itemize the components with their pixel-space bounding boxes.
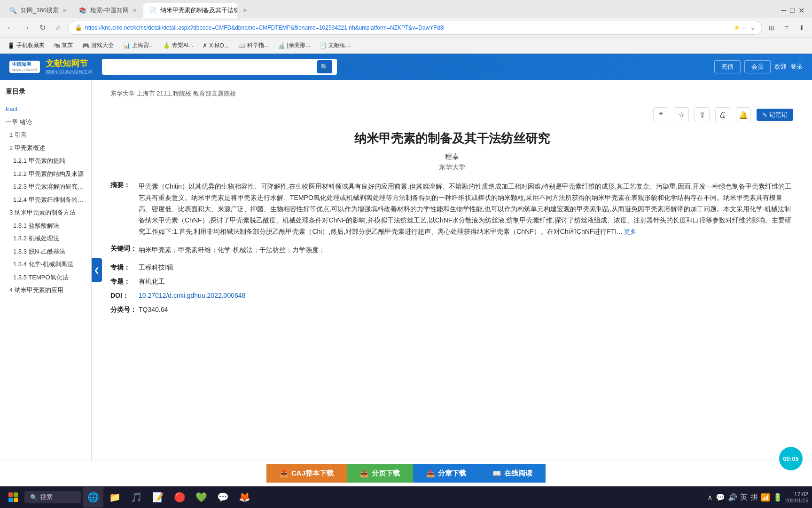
url-bar[interactable]: 🔒 https://kns.cnki.net/kcms/detail/detai… <box>68 21 762 35</box>
taskbar-app-green[interactable]: 💚 <box>191 487 211 508</box>
taskbar-app-extra[interactable]: 🦊 <box>234 487 255 508</box>
sidebar-toggle-button[interactable]: ❮ <box>92 258 102 282</box>
svg-rect-1 <box>14 492 18 497</box>
browser-actions: ⊞ ≡ ⬇ <box>765 21 808 34</box>
sidebar-item-chapter1[interactable]: 一章 绪论 <box>0 116 91 129</box>
sidebar: 章目录 tract 一章 绪论 1 引言 2 甲壳素概述 1.2.1 甲壳素的提… <box>0 80 92 460</box>
sidebar-item-1-2-2[interactable]: 1.2.2 甲壳素的结构及来源 <box>0 167 91 181</box>
tab-close-2[interactable]: ✕ <box>133 8 137 14</box>
bookmark-qince[interactable]: 🔬 [亲测那... <box>274 40 314 50</box>
taskbar-app-red[interactable]: 🔴 <box>169 487 190 508</box>
back-button[interactable]: ← <box>4 21 17 34</box>
caj-download-button[interactable]: 📥 CAJ整本下载 <box>266 464 347 483</box>
classification-value: TQ340.64 <box>139 306 168 314</box>
taskbar-tray: ∧ 💬 🔊 英 拼 📶 🔋 17:02 2024/1/15 <box>707 491 808 503</box>
tray-lang-en[interactable]: 英 <box>740 492 748 502</box>
games-icon: 🎮 <box>82 42 89 49</box>
bookmark-science[interactable]: 📖 科学指... <box>234 40 273 50</box>
sidebar-item-1-3-2[interactable]: 1.3.2 机械处理法 <box>0 232 91 245</box>
tray-chat[interactable]: 💬 <box>716 493 725 502</box>
welcome-text: 欢迎 <box>774 63 787 71</box>
share-icon[interactable]: ⇪ <box>695 107 710 122</box>
wenxian-icon: 📑 <box>320 42 327 49</box>
note-button[interactable]: ✎ 记笔记 <box>757 109 793 121</box>
home-button[interactable]: ⌂ <box>52 21 65 34</box>
more-link[interactable]: 更多 <box>624 228 636 235</box>
bell-icon[interactable]: 🔔 <box>736 107 751 122</box>
bookmark-wenxian[interactable]: 📑 文献框... <box>316 40 354 50</box>
start-button[interactable] <box>4 488 23 507</box>
taskbar-search[interactable]: 🔍 搜索 <box>24 491 81 503</box>
bookmark-jd[interactable]: 🛍 京东 <box>50 40 77 50</box>
tray-wifi[interactable]: 📶 <box>761 493 770 502</box>
tray-battery[interactable]: 🔋 <box>773 493 782 502</box>
tray-sound[interactable]: 🔊 <box>728 493 737 502</box>
pencil-icon: ✎ <box>762 111 767 119</box>
bookmark-qingli[interactable]: 🍐 青梨AI... <box>159 40 197 50</box>
tab-paper[interactable]: 📄 纳米甲壳素的制备及其干法纺... ✕ <box>143 3 237 18</box>
taskbar-app-wps[interactable]: 📝 <box>148 487 168 508</box>
star-icon[interactable]: ☆ <box>674 107 689 122</box>
sidebar-item-1-3-1[interactable]: 1.3.1 盐酸酸解法 <box>0 219 91 232</box>
sidebar-item-tract[interactable]: tract <box>0 103 91 116</box>
download-icon[interactable]: ⬇ <box>795 21 808 34</box>
cnki-logo-box: 中国知网 www.cnki.net <box>9 61 40 73</box>
taskbar-app-wechat[interactable]: 💬 <box>212 487 233 508</box>
bookmark-xmo[interactable]: ✗ X-MO... <box>199 41 232 50</box>
sidebar-item-1-3-3[interactable]: 1.3.3 脱N-乙酰基法 <box>0 245 91 258</box>
bookmarks-bar: 📱 手机收藏夹 🛍 京东 🎮 游戏大全 📊 上海贸... 🍐 青梨AI... ✗… <box>0 38 812 54</box>
sidebar-item-1-3-4[interactable]: 1.3.4 化学-机械剥离法 <box>0 258 91 271</box>
page-download-button[interactable]: 📥 分页下载 <box>347 464 413 483</box>
close-button[interactable]: ✕ <box>798 6 804 15</box>
quote-icon[interactable]: ❝ <box>653 107 668 122</box>
xmo-icon: ✗ <box>203 42 207 49</box>
sidebar-item-1-2-3[interactable]: 1.2.3 甲壳素溶解的研究进展 <box>0 180 91 193</box>
cnki-search-button[interactable]: 🔍 <box>317 60 332 73</box>
sidebar-item-0[interactable] <box>0 99 91 103</box>
tray-time[interactable]: 17:02 2024/1/15 <box>785 491 808 503</box>
sidebar-item-application[interactable]: 4 纳米甲壳素的应用 <box>0 284 91 297</box>
tab-title-2: 检索-中国知网 <box>90 6 129 15</box>
tray-arrow[interactable]: ∧ <box>707 493 713 502</box>
special-row: 专辑： 工程科技Ⅰ辑 <box>110 263 793 272</box>
bookmark-mobile[interactable]: 📱 手机收藏夹 <box>4 40 48 50</box>
sidebar-item-1-2-4[interactable]: 1.2.4 甲壳素纤维制备的研... <box>0 193 91 206</box>
forward-button[interactable]: → <box>20 21 33 34</box>
maximize-button[interactable]: □ <box>790 6 795 15</box>
url-dropdown-icon[interactable]: ⌄ <box>750 24 755 31</box>
member-button[interactable]: 会员 <box>744 60 771 73</box>
taskbar-app-files[interactable]: 📁 <box>104 487 125 508</box>
bookmark-shanghai[interactable]: 📊 上海贸... <box>119 40 157 50</box>
new-tab-button[interactable]: + <box>238 4 251 17</box>
minimize-button[interactable]: ─ <box>781 6 786 15</box>
cnki-search-input[interactable] <box>107 63 317 71</box>
print-icon[interactable]: 🖨 <box>715 107 730 122</box>
download-bar: 📥 CAJ整本下载 📥 分页下载 📥 分章下载 📖 在线阅读 <box>0 460 812 486</box>
breadcrumb: 东华大学 上海市 211工程院校 教育部直属院校 <box>110 89 793 98</box>
doi-value[interactable]: 10.27012/d.cnki.gdhuu.2022.000648 <box>139 292 245 300</box>
taskbar-app-browser[interactable]: 🌐 <box>83 487 103 508</box>
taskbar-app-music[interactable]: 🎵 <box>126 487 147 508</box>
online-read-button[interactable]: 📖 在线阅读 <box>479 464 546 483</box>
sidebar-item-1-3-5[interactable]: 1.3.5 TEMPO氧化法 <box>0 271 91 284</box>
cnki-logo[interactable]: 中国知网 www.cnki.net 文献知网节 国家知识基础设施工程 <box>9 58 93 76</box>
sidebar-item-1-2-1[interactable]: 1.2.1 甲壳素的提纯 <box>0 154 91 167</box>
tab-zhiwang[interactable]: 🔍 知网_360搜索 ✕ <box>4 3 72 18</box>
refresh-button[interactable]: ↻ <box>36 21 49 34</box>
sidebar-item-preparation[interactable]: 3 纳米甲壳素的制备方法 <box>0 206 91 219</box>
sidebar-item-intro[interactable]: 1 引言 <box>0 128 91 142</box>
bookmark-games[interactable]: 🎮 游戏大全 <box>78 40 117 50</box>
login-button[interactable]: 登录 <box>790 63 803 71</box>
extensions-icon[interactable]: ⊞ <box>765 21 778 34</box>
chapter-download-button[interactable]: 📥 分章下载 <box>413 464 479 483</box>
tab-close-1[interactable]: ✕ <box>62 8 67 14</box>
cnki-search-box[interactable]: 🔍 <box>102 59 337 75</box>
tray-lang-cn[interactable]: 拼 <box>750 492 758 502</box>
url-more-icon[interactable]: ··· <box>743 24 748 31</box>
sidebar-title: 章目录 <box>0 85 91 99</box>
tab-cnki-search[interactable]: 📚 检索-中国知网 ✕ <box>73 3 142 18</box>
page-download-icon: 📥 <box>360 469 369 478</box>
recharge-button[interactable]: 充值 <box>714 60 741 73</box>
sidebar-item-overview[interactable]: 2 甲壳素概述 <box>0 142 91 155</box>
browser-menu[interactable]: ≡ <box>780 21 793 34</box>
